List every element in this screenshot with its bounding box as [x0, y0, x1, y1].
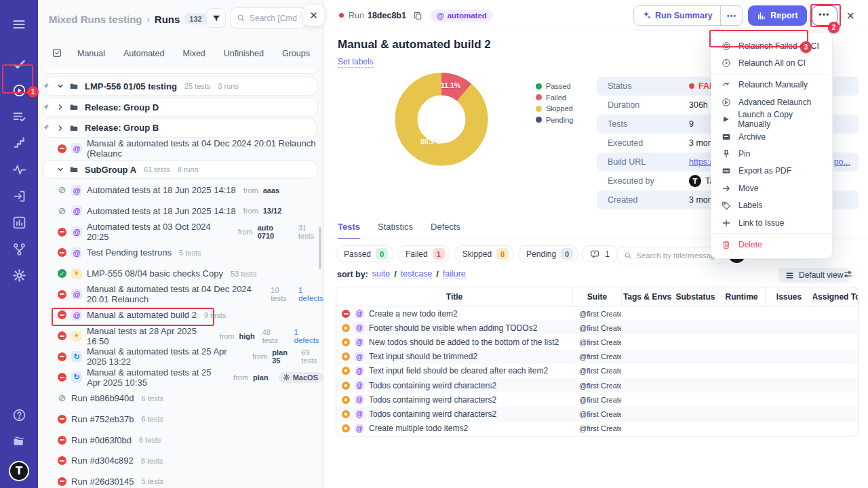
test-row[interactable]: @Footer should be visible when adding TO… — [336, 321, 858, 335]
column-header-issues[interactable]: Issues — [765, 287, 812, 306]
tab-statistics[interactable]: Statistics — [378, 222, 413, 239]
branch-icon[interactable] — [5, 236, 33, 262]
test-row[interactable]: @Create multiple todo items2@first Creat… — [336, 422, 858, 436]
group-card[interactable]: Release: Group B — [42, 119, 318, 138]
folders-icon[interactable] — [5, 428, 33, 455]
run-list-item[interactable]: @Manual & automated tests at 04 Dec 2024… — [38, 284, 323, 305]
run-list-item[interactable]: @Manual & automated tests at 04 Dec 2024… — [38, 138, 323, 159]
filter-tab-mixed[interactable]: Mixed — [182, 49, 205, 58]
user-avatar[interactable]: T — [9, 461, 29, 481]
group-card[interactable]: SubGroup A61 tests8 runs — [42, 160, 318, 179]
menu-item-pin[interactable]: Pin — [711, 145, 832, 162]
detail-value[interactable]: https:/ — [689, 157, 712, 167]
menu-item-delete[interactable]: Delete — [711, 236, 832, 253]
comments-chip[interactable]: 1 — [583, 245, 617, 262]
defects-link[interactable]: 1 defects — [298, 286, 323, 302]
close-icon[interactable]: ✕ — [846, 9, 855, 22]
menu-item-advanced-relaunch[interactable]: Advanced Relaunch — [711, 94, 832, 110]
group-row[interactable]: Release: Group D — [38, 97, 323, 118]
build-url-link[interactable]: po... — [834, 157, 850, 167]
menu-item-archive[interactable]: Archive — [711, 128, 832, 145]
filter-chip-skipped[interactable]: Skipped8 — [454, 245, 514, 262]
copy-icon[interactable] — [413, 11, 422, 20]
filter-chip-passed[interactable]: Passed0 — [336, 245, 393, 262]
chevron-down-icon[interactable] — [56, 165, 64, 174]
group-row[interactable]: Release: Group B — [38, 117, 323, 138]
run-list-item[interactable]: Run #b86b940d6 tests — [38, 388, 323, 409]
breadcrumb-section[interactable]: Runs — [155, 14, 180, 25]
menu-item-relaunch-all-on-ci[interactable]: Relaunch All on CI — [711, 54, 832, 71]
tab-tests[interactable]: Tests — [338, 222, 360, 239]
test-row[interactable]: @Text input field should be cleared afte… — [336, 364, 858, 378]
run-list-item[interactable]: ↻Manual & automated tests at 25 Apr 2025… — [38, 346, 323, 367]
sort-option-suite[interactable]: suite — [372, 269, 390, 279]
filter-tab-manual[interactable]: Manual — [77, 49, 105, 58]
chevron-right-icon[interactable] — [56, 124, 64, 132]
column-header-tags-envs[interactable]: Tags & Envs — [621, 287, 673, 306]
menu-item-labels[interactable]: Labels — [711, 197, 832, 214]
menu-item-relaunch-failed-on-ci[interactable]: Relaunch Failed on CI — [711, 37, 832, 54]
filter-chip-failed[interactable]: Failed1 — [397, 245, 450, 262]
run-list-item[interactable]: @Automated tests at 03 Oct 2024 20:25fro… — [38, 222, 323, 243]
check-icon[interactable] — [5, 51, 33, 77]
test-row[interactable]: @Create a new todo item2@first Create ..… — [336, 306, 858, 321]
run-list-item[interactable]: Run #d304c8928 tests — [38, 450, 323, 471]
run-list-item[interactable]: @Automated tests at 18 Jun 2025 14:18fro… — [38, 180, 323, 201]
breadcrumb-project[interactable]: Mixed Runs testing — [49, 14, 142, 25]
panel-close-button[interactable]: ✕ — [303, 5, 324, 26]
menu-item-launch-a-copy-manually[interactable]: Launch a Copy Manually — [711, 111, 832, 128]
test-row[interactable]: @Text input should be trimmed2@first Cre… — [336, 350, 858, 364]
run-list-item[interactable]: @Test Pending testruns5 tests — [38, 243, 323, 264]
test-row[interactable]: @Todos containing weird characters2@firs… — [336, 392, 858, 407]
menu-icon[interactable] — [5, 11, 33, 37]
set-labels-link[interactable]: Set labels — [338, 57, 374, 68]
test-row[interactable]: @New todos should be added to the bottom… — [336, 335, 858, 349]
import-icon[interactable] — [5, 183, 33, 209]
filter-tab-automated[interactable]: Automated — [123, 49, 164, 58]
group-row[interactable]: LMP-556 01/05 testing25 tests3 runs — [38, 76, 323, 97]
filter-chip-pending[interactable]: Pending0 — [518, 245, 578, 262]
test-row[interactable]: @Todos containing weird characters2@firs… — [336, 407, 858, 421]
run-list-item[interactable]: ☀LMP-555 08/04 basic checks Copy53 tests — [38, 263, 323, 284]
column-header-runtime[interactable]: Runtime — [717, 287, 765, 306]
chevron-down-icon[interactable] — [56, 82, 64, 90]
column-header-assigned-to[interactable]: Assigned To — [812, 287, 859, 306]
group-row[interactable]: SubGroup A61 tests8 runs — [38, 159, 323, 180]
menu-item-export-as-pdf[interactable]: PDFExport as PDF — [711, 163, 832, 180]
tests-search-input[interactable] — [636, 251, 717, 260]
help-icon[interactable] — [5, 402, 33, 428]
chevron-right-icon[interactable] — [56, 103, 64, 111]
run-list-item[interactable]: Run #0d63f0bd6 tests — [38, 430, 323, 451]
automated-badge[interactable]: @ automated — [431, 9, 493, 22]
sort-option-failure[interactable]: failure — [443, 269, 466, 279]
run-list-item[interactable]: @Automated tests at 18 Jun 2025 14:18fro… — [38, 201, 323, 222]
sort-option-testcase[interactable]: testcase — [401, 269, 433, 279]
column-header-suite[interactable]: Suite — [572, 287, 621, 306]
column-header-title[interactable]: Title — [336, 287, 572, 306]
menu-item-relaunch-manually[interactable]: Relaunch Manually — [711, 77, 832, 94]
group-card[interactable]: LMP-556 01/05 testing25 tests3 runs — [42, 77, 318, 96]
chart-icon[interactable] — [5, 209, 33, 236]
filter-tab-groups[interactable]: Groups — [282, 49, 310, 58]
gear-icon[interactable] — [5, 262, 33, 289]
run-list-item[interactable]: ↻Manual & automated tests at 25 Apr 2025… — [38, 367, 323, 388]
run-summary-more-button[interactable]: ••• — [720, 6, 743, 25]
runs-search-input[interactable] — [250, 14, 300, 23]
steps-icon[interactable] — [5, 130, 33, 157]
view-settings-icon[interactable] — [843, 269, 853, 279]
default-view-button[interactable]: Default view — [778, 268, 850, 283]
menu-item-move[interactable]: Move — [711, 180, 832, 197]
run-summary-button[interactable]: Run Summary ••• — [633, 5, 743, 26]
run-list-item[interactable]: Run #752eb37b6 tests — [38, 409, 323, 430]
filter-tab-unfinished[interactable]: Unfinished — [224, 49, 264, 58]
group-card[interactable]: Release: Group D — [42, 98, 318, 117]
list-check-icon[interactable] — [5, 104, 33, 130]
defects-link[interactable]: 1 defects — [294, 328, 323, 344]
run-list-item[interactable]: @Manual & automated build 29 tests — [38, 305, 323, 326]
test-row[interactable]: @Todos containing weird characters2@firs… — [336, 378, 858, 392]
run-list-item[interactable]: ☀Manual tests at 28 Apr 2025 16:50fromhi… — [38, 325, 323, 346]
tab-defects[interactable]: Defects — [431, 222, 460, 239]
run-list-item[interactable]: Run #26d301455 tests — [38, 471, 323, 488]
column-header-substatus[interactable]: Substatus — [673, 287, 717, 306]
scrollbar-thumb[interactable] — [319, 227, 321, 269]
